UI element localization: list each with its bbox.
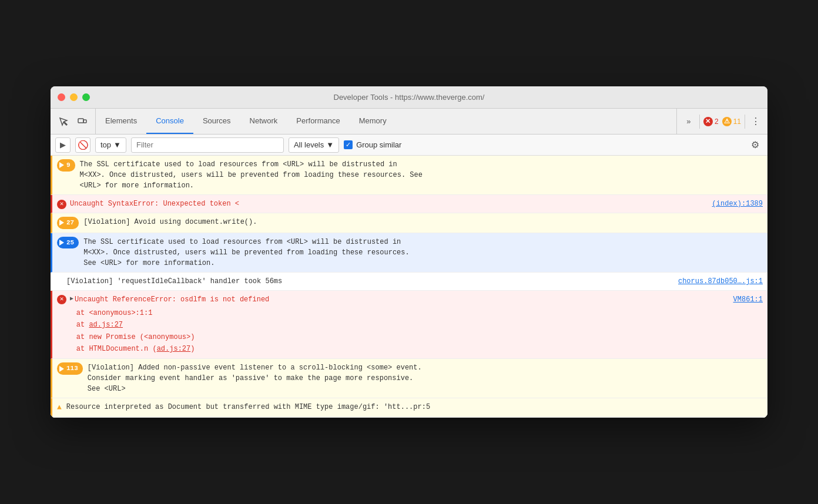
msg-scroll-text: [Violation] Added non-passive event list… [88,362,763,394]
window-title: Developer Tools - https://www.theverge.c… [334,93,485,102]
msg-ssl-info-text: The SSL certificate used to load resourc… [83,237,763,268]
msg-resource-text: Resource interpreted as Document but tra… [66,402,763,412]
tab-network[interactable]: Network [240,109,287,134]
group-similar-checkbox[interactable]: ✓ [344,140,353,149]
stack-line-4: at HTMLDocument.n (ad.js:27) [59,343,195,355]
console-toolbar: ▶ 🚫 top ▼ All levels ▼ ✓ Group similar ⚙ [51,135,767,156]
reference-error-source[interactable]: VM861:1 [733,294,763,305]
close-button[interactable] [58,93,65,101]
main-toolbar: Elements Console Sources Network Perform… [51,109,767,135]
warning-icon: ⚠ [722,117,732,126]
device-toolbar-button[interactable] [74,113,90,130]
console-row-reference-error[interactable]: ✕ ▶ Uncaught ReferenceError: osdlfm is n… [51,291,767,359]
console-row-ssl-info[interactable]: 25 The SSL certificate used to load reso… [51,233,767,273]
settings-dots-button[interactable]: ⋮ [749,115,763,129]
console-row-scroll-warning[interactable]: 113 [Violation] Added non-passive event … [51,359,767,398]
msg-reference-error-text: Uncaught ReferenceError: osdlfm is not d… [75,294,269,305]
svg-rect-0 [78,119,83,123]
filter-input[interactable] [131,137,284,153]
msg-ssl-warning-text: The SSL certificate used to load resourc… [80,159,763,191]
tabs-container: Elements Console Sources Network Perform… [96,109,676,134]
warning-badge: ⚠ 11 [722,117,741,126]
msg-idlecallback-text: [Violation] 'requestIdleCallback' handle… [66,276,669,287]
more-tabs-button[interactable]: » [682,113,696,130]
toolbar-icons [51,109,96,134]
syntax-error-source[interactable]: (index):1389 [712,199,763,209]
stacktrace: at <anonymous>:1:1 at ad.js:27 at new Pr… [59,307,195,355]
console-row-syntax-error[interactable]: ✕ Uncaught SyntaxError: Unexpected token… [51,195,767,213]
tab-console[interactable]: Console [146,109,193,134]
group-similar-toggle[interactable]: ✓ Group similar [344,140,401,149]
tab-memory[interactable]: Memory [350,109,396,134]
traffic-lights [58,93,90,101]
clear-console-button[interactable]: 🚫 [75,137,90,153]
maximize-button[interactable] [82,93,90,101]
stack-line-1: at <anonymous>:1:1 [59,307,195,319]
warning-triangle-icon: ▲ [57,402,62,414]
count-badge-27: 27 [57,217,79,229]
tab-sources[interactable]: Sources [193,109,240,134]
toolbar-right: » ✕ 2 ⚠ 11 ⋮ [676,109,767,134]
error-icon-small: ✕ [57,200,66,209]
console-row-ssl-warning[interactable]: 9 The SSL certificate used to load resou… [51,156,767,195]
msg-syntax-error-text: Uncaught SyntaxError: Unexpected token < [70,199,239,209]
svg-rect-1 [83,120,86,123]
error-badge: ✕ 2 [703,117,719,126]
stack-link-adjs-2[interactable]: ad.js:27 [157,345,191,353]
devtools-window: Developer Tools - https://www.theverge.c… [51,86,767,418]
tab-performance[interactable]: Performance [287,109,349,134]
title-bar: Developer Tools - https://www.theverge.c… [51,86,767,109]
console-row-docwrite-warning[interactable]: 27 [Violation] Avoid using document.writ… [51,213,767,233]
tab-elements[interactable]: Elements [96,109,146,134]
console-output: 9 The SSL certificate used to load resou… [51,156,767,418]
console-row-resource-warning[interactable]: ▲ Resource interpreted as Document but t… [51,398,767,418]
stack-line-2: at ad.js:27 [59,319,195,331]
expand-arrow[interactable]: ▶ [70,294,73,303]
stack-line-3: at new Promise (<anonymous>) [59,331,195,343]
console-row-idlecallback[interactable]: [Violation] 'requestIdleCallback' handle… [51,273,767,291]
error-icon: ✕ [703,117,713,126]
level-selector[interactable]: All levels ▼ [289,137,339,153]
console-settings-button[interactable]: ⚙ [747,137,763,153]
minimize-button[interactable] [70,93,78,101]
msg-docwrite-text: [Violation] Avoid using document.write()… [83,217,763,227]
reference-error-icon: ✕ [57,295,66,304]
count-badge-113: 113 [57,362,83,375]
context-selector[interactable]: top ▼ [95,137,126,153]
execute-button[interactable]: ▶ [55,137,71,153]
inspect-element-button[interactable] [55,113,72,130]
count-badge-9: 9 [57,159,75,172]
idlecallback-source[interactable]: chorus.87db050….js:1 [678,276,763,287]
stack-link-adjs-1[interactable]: ad.js:27 [89,321,123,329]
count-badge-25: 25 [57,237,79,249]
